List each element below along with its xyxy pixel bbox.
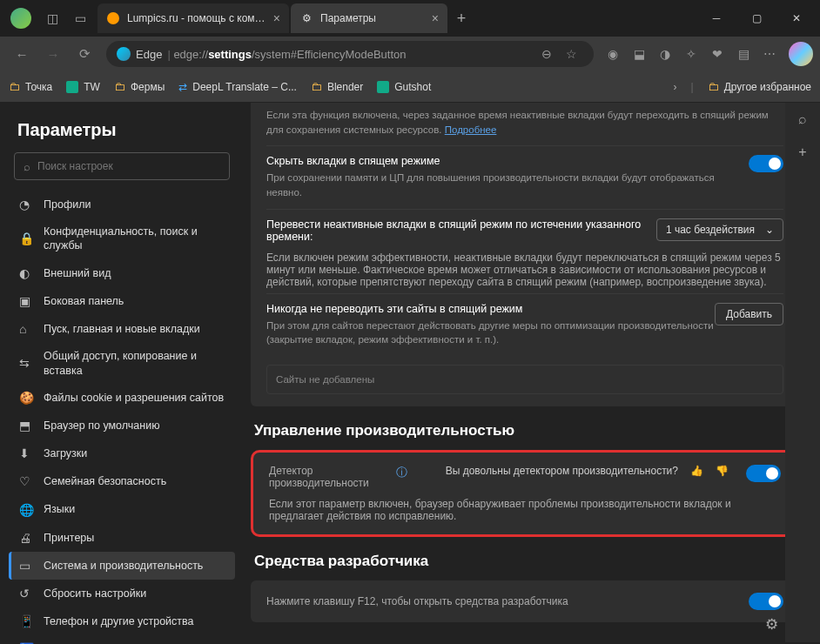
search-sidebar-icon[interactable]: ⌕	[798, 111, 807, 127]
refresh-button[interactable]: ⟳	[70, 40, 99, 68]
sidebar-item[interactable]: ⇆Общий доступ, копирование и вставка	[9, 343, 235, 384]
sidebar-item[interactable]: 🖨Принтеры	[9, 524, 235, 552]
new-tab-button[interactable]: +	[449, 6, 474, 30]
desc-text: Если эта функция включена, через заданно…	[266, 110, 769, 135]
sidebar-item[interactable]: 🔒Конфиденциальность, поиск и службы	[9, 218, 235, 259]
close-window-button[interactable]: ✕	[776, 4, 817, 32]
bookmark-item[interactable]: TW	[66, 81, 100, 93]
setting-title: Перевести неактивные вкладки в спящий ре…	[266, 218, 656, 243]
maximize-button[interactable]: ▢	[736, 4, 776, 32]
nav-icon: ⌂	[19, 321, 35, 337]
forward-button: →	[38, 40, 68, 68]
add-button[interactable]: Добавить	[715, 303, 783, 325]
performance-detector-card: Детектор производительности ⓘ Вы довольн…	[251, 450, 799, 537]
nav-label: Телефон и другие устройства	[44, 614, 194, 628]
address-bar[interactable]: Edge | edge://settings/system#Efficiency…	[106, 41, 594, 67]
bookmark-other[interactable]: 🗀Другое избранное	[708, 80, 811, 93]
search-icon: ⌕	[24, 160, 30, 173]
favorites-icon[interactable]: ✧	[679, 42, 703, 66]
favorite-icon[interactable]: ☆	[559, 42, 583, 66]
sidebar-item[interactable]: ⬒Браузер по умолчанию	[9, 412, 235, 439]
nav-label: Пуск, главная и новые вкладки	[44, 322, 200, 336]
sidebar-item[interactable]: 📱Телефон и другие устройства	[9, 607, 235, 635]
sidebar-item[interactable]: ◐Внешний вид	[9, 259, 235, 287]
toggle-performance-detector[interactable]	[746, 465, 781, 482]
sidebar-item[interactable]: ♡Семейная безопасность	[9, 467, 235, 495]
sleep-timeout-select[interactable]: 1 час бездействия⌄	[656, 218, 783, 241]
bookmark-item[interactable]: 🗀Точка	[9, 80, 52, 93]
sidebar-item[interactable]: 🍪Файлы cookie и разрешения сайтов	[9, 384, 235, 412]
back-button[interactable]: ←	[7, 40, 37, 68]
sidebar-item[interactable]: 🌐Языки	[9, 496, 235, 524]
feedback-question: Вы довольны детектором производительност…	[446, 465, 678, 477]
extension-icon[interactable]: ◑	[653, 42, 677, 66]
nav-icon: 📱	[19, 614, 35, 629]
bookmark-item[interactable]: 🗀Фермы	[114, 80, 165, 93]
bookmark-item[interactable]: 🗀Blender	[311, 80, 363, 93]
bookmark-item[interactable]: Gutshot	[377, 81, 431, 93]
sidebar-item[interactable]: ▭Система и производительность	[9, 552, 235, 580]
folder-icon: 🗀	[114, 80, 125, 93]
learn-more-link[interactable]: Подробнее	[445, 124, 497, 135]
performance-icon[interactable]: ❤	[705, 42, 729, 66]
nav-label: Принтеры	[44, 531, 94, 545]
thumbs-up-icon[interactable]: 👍	[690, 465, 703, 477]
nav-icon: 🖨	[19, 530, 35, 546]
edge-icon	[117, 47, 131, 61]
nav-icon: ♡	[19, 473, 35, 489]
search-icon[interactable]: ⊖	[534, 42, 559, 66]
sheet-icon	[66, 81, 78, 93]
nav-label: Браузер по умолчанию	[44, 419, 160, 433]
folder-icon: 🗀	[311, 80, 322, 93]
sidebar-item[interactable]: ⌂Пуск, главная и новые вкладки	[9, 315, 235, 343]
info-icon[interactable]: ⓘ	[396, 465, 407, 480]
close-icon[interactable]: ×	[273, 11, 280, 25]
extension-icon[interactable]: ⬓	[627, 42, 651, 66]
sidebar-item[interactable]: ◔Профили	[9, 191, 235, 218]
close-icon[interactable]: ×	[432, 11, 439, 25]
nav-icon: 🌐	[19, 502, 35, 518]
sidebar-item[interactable]: ♿Специальные возможности	[9, 635, 235, 644]
tab-title: Параметры	[320, 12, 428, 24]
url-text: edge://settings/system#EfficiencyModeBut…	[173, 48, 534, 61]
thumbs-down-icon[interactable]: 👎	[716, 465, 729, 477]
tab-actions-icon[interactable]: ▭	[66, 4, 94, 32]
profile-avatar[interactable]	[10, 8, 31, 29]
sidebar-item[interactable]: ↺Сбросить настройки	[9, 580, 235, 607]
chevron-right-icon[interactable]: ›	[674, 81, 677, 93]
bookmark-item[interactable]: ⇄DeepL Translate – C...	[178, 81, 297, 93]
nav-icon: ◐	[19, 265, 35, 281]
sidebar-item[interactable]: ▣Боковая панель	[9, 287, 235, 315]
nav-icon: ↺	[19, 586, 35, 601]
setting-desc: Если включен режим эффективности, неакти…	[266, 252, 783, 288]
tab-lumpics[interactable]: Lumpics.ru - помощь с компьют ×	[97, 3, 289, 33]
tab-settings[interactable]: ⚙ Параметры ×	[291, 3, 447, 33]
add-sidebar-icon[interactable]: +	[798, 144, 806, 160]
nav-label: Профили	[44, 198, 91, 211]
toggle-hide-sleeping[interactable]	[749, 155, 783, 172]
setting-title: Скрыть вкладки в спящем режиме	[266, 155, 749, 167]
sidebar-settings-icon[interactable]: ⚙	[765, 615, 778, 634]
deepl-icon: ⇄	[178, 81, 187, 93]
sidebar-item[interactable]: ⬇Загрузки	[9, 439, 235, 467]
workspaces-icon[interactable]: ◫	[38, 4, 66, 32]
setting-desc: При этом для сайтов перестают действоват…	[266, 319, 715, 347]
nav-label: Языки	[44, 502, 75, 516]
chevron-down-icon: ⌄	[765, 224, 774, 236]
minimize-button[interactable]: ─	[696, 4, 736, 32]
nav-icon: 🔒	[19, 231, 35, 246]
nav-label: Общий доступ, копирование и вставка	[44, 349, 225, 378]
search-settings[interactable]: ⌕	[14, 152, 230, 180]
copilot-button[interactable]	[789, 42, 813, 66]
tracking-icon[interactable]: ◉	[601, 42, 625, 66]
search-input[interactable]	[37, 160, 220, 172]
toggle-f12[interactable]	[749, 593, 783, 610]
nav-label: Загрузки	[44, 446, 87, 460]
setting-title: Никогда не переводить эти сайты в спящий…	[266, 303, 715, 315]
nav-label: Боковая панель	[44, 294, 124, 308]
nav-label: Система и производительность	[44, 559, 203, 573]
nav-icon: ⬒	[19, 418, 35, 433]
page-title: Параметры	[17, 120, 226, 140]
collections-icon[interactable]: ▤	[731, 42, 756, 66]
more-icon[interactable]: ⋯	[757, 42, 782, 66]
